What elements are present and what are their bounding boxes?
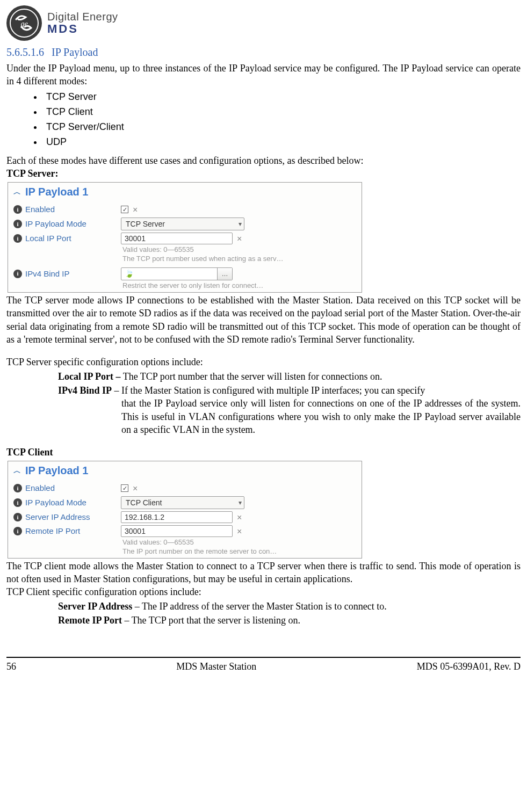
ip-payload-client-panel: ︿ IP Payload 1 i Enabled ✓ × i IP Payloa… [8,461,362,559]
info-icon[interactable]: i [13,498,22,507]
hint-text: Restrict the server to only listen for c… [8,281,362,290]
panel-header[interactable]: ︿ IP Payload 1 [8,461,362,481]
page-footer: 56 MDS Master Station MDS 05-6399A01, Re… [6,659,521,673]
mode-select[interactable]: TCP Server ▾ [121,218,244,230]
remote-port-input[interactable]: 30001 [121,525,233,537]
clear-icon[interactable]: × [237,512,242,524]
collapse-icon[interactable]: ︿ [13,187,21,197]
intro-text: Under the IP Payload menu, up to three i… [6,62,521,88]
ge-logo-icon: ge [6,5,42,41]
bind-ip-label: IPv4 Bind IP [25,269,70,279]
collapse-icon[interactable]: ︿ [13,466,21,476]
footer-center: MDS Master Station [176,660,256,673]
tcp-server-options-intro: TCP Server specific configuration option… [6,356,521,368]
dropdown-icon: ▾ [239,220,242,228]
header-logo: ge Digital Energy MDS [6,5,521,41]
def-label: IPv4 Bind IP [58,385,112,396]
modes-list: TCP Server TCP Client TCP Server/Client … [34,90,521,149]
clear-icon[interactable]: × [133,483,138,495]
mode-value: TCP Client [126,498,162,508]
definition-item: Local IP Port – The TCP port number that… [58,370,521,383]
hint-text: Valid values: 0—65535 [8,245,362,254]
tcp-server-desc: The TCP server mode allows IP connection… [6,294,521,346]
section-title: IP Payload [52,46,98,58]
remote-port-label: Remote IP Port [25,526,80,536]
footer-divider [6,657,521,658]
enabled-checkbox[interactable]: ✓ [121,206,128,213]
tcp-client-heading: TCP Client [6,446,521,459]
definition-item: Server IP Address – The IP address of th… [58,600,521,613]
leaf-icon: 🍃 [125,269,134,279]
mode-label: IP Payload Mode [25,219,86,229]
list-item: TCP Server [43,90,521,103]
panel-title: IP Payload 1 [25,185,88,199]
panel-title: IP Payload 1 [25,463,88,478]
info-icon[interactable]: i [13,205,22,214]
def-desc: that the IP Payload service only will li… [58,397,521,436]
server-ip-label: Server IP Address [25,512,90,523]
list-item: UDP [43,135,521,148]
bind-ip-input[interactable]: 🍃 … [121,267,233,280]
hint-text: The TCP port number used when acting as … [8,255,362,263]
footer-right: MDS 05-6399A01, Rev. D [417,660,521,673]
tcp-server-heading: TCP Server: [6,167,521,180]
mode-label: IP Payload Mode [25,497,86,508]
section-heading: 5.6.5.1.6IP Payload [6,45,521,60]
clear-icon[interactable]: × [237,526,242,538]
def-label: Local IP Port – [58,371,120,382]
def-label: Server IP Address [58,601,132,612]
local-port-input[interactable]: 30001 [121,233,233,244]
server-ip-input[interactable]: 192.168.1.2 [121,511,233,523]
definition-item: IPv4 Bind IP – If the Master Station is … [58,384,521,436]
logo-sub: MDS [47,23,118,35]
enabled-label: Enabled [25,483,55,494]
logo-text: Digital Energy MDS [47,11,118,35]
hint-text: The IP port number on the remote server … [8,547,362,556]
info-icon[interactable]: i [13,234,22,243]
section-number: 5.6.5.1.6 [6,46,44,58]
def-label: Remote IP Port [58,615,122,626]
definition-item: Remote IP Port – The TCP port that the s… [58,614,521,627]
footer-page: 56 [6,660,16,673]
local-port-label: Local IP Port [25,233,71,244]
info-icon[interactable]: i [13,527,22,535]
svg-text:ge: ge [20,20,27,28]
clear-icon[interactable]: × [237,233,242,245]
info-icon[interactable]: i [13,513,22,521]
info-icon[interactable]: i [13,270,22,278]
browse-button[interactable]: … [217,268,232,280]
tcp-client-desc: The TCP client mode allows the Master St… [6,560,521,586]
info-icon[interactable]: i [13,220,22,228]
hint-text: Valid values: 0—65535 [8,538,362,547]
def-desc: The TCP port number that the server will… [123,371,382,382]
list-item: TCP Server/Client [43,120,521,133]
dropdown-icon: ▾ [239,498,242,507]
modes-note: Each of these modes have different use c… [6,154,521,167]
def-desc: – The IP address of the server the Maste… [135,601,387,612]
info-icon[interactable]: i [13,484,22,492]
panel-header[interactable]: ︿ IP Payload 1 [8,183,362,202]
ip-payload-server-panel: ︿ IP Payload 1 i Enabled ✓ × i IP Payloa… [8,182,362,293]
mode-value: TCP Server [126,219,165,229]
enabled-checkbox[interactable]: ✓ [121,484,128,492]
clear-icon[interactable]: × [133,204,138,216]
logo-brand: Digital Energy [47,11,118,23]
tcp-client-options-intro: TCP Client specific configuration option… [6,585,521,598]
list-item: TCP Client [43,105,521,118]
def-desc: – The TCP port that the server is listen… [124,615,300,626]
mode-select[interactable]: TCP Client ▾ [121,496,244,509]
enabled-label: Enabled [25,204,55,215]
